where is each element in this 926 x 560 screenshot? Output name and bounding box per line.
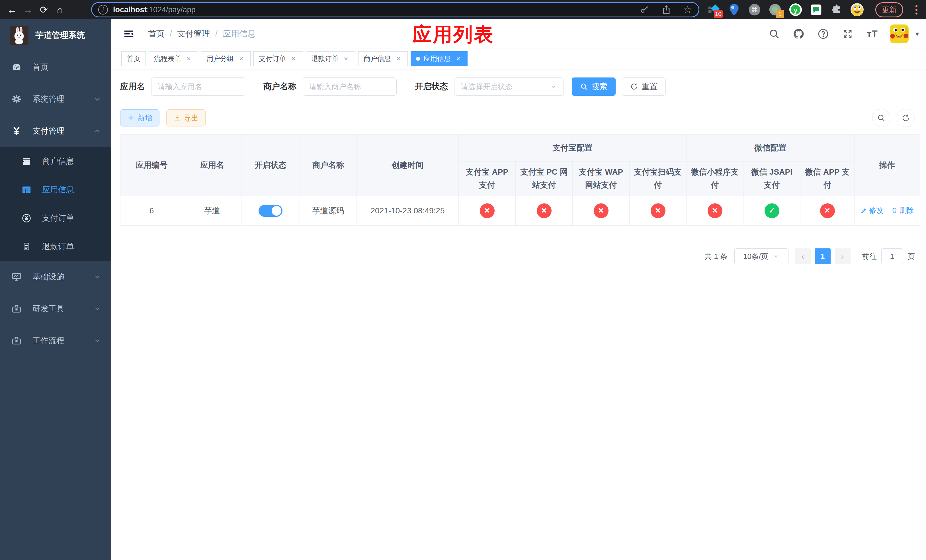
site-info-icon[interactable]: i: [98, 5, 108, 15]
extension-command-icon[interactable]: ⌘: [747, 2, 762, 17]
fullscreen-icon[interactable]: [841, 27, 855, 41]
sidebar-item-infrastructure[interactable]: 基础设施: [0, 261, 111, 293]
extension-y-icon[interactable]: y: [788, 2, 803, 17]
sidebar-item-label: 应用信息: [42, 184, 101, 195]
prev-page-button[interactable]: ‹: [795, 248, 811, 264]
tag-process-form[interactable]: 流程表单 ×: [149, 51, 198, 66]
refresh-table-button[interactable]: [897, 109, 915, 127]
tag-label: 支付订单: [259, 54, 286, 63]
profile-emoji-avatar[interactable]: [850, 2, 864, 17]
status-select[interactable]: 请选择开启状态: [454, 77, 564, 96]
cell-created: 2021-10-23 08:49:25: [357, 196, 459, 226]
breadcrumb-separator: /: [215, 29, 218, 38]
sidebar-item-dev-tools[interactable]: 研发工具: [0, 293, 111, 325]
merchant-name-input[interactable]: [303, 77, 396, 96]
delete-link[interactable]: 删除: [891, 206, 914, 215]
tag-refund-orders[interactable]: 退款订单 ×: [306, 51, 356, 66]
tag-pay-orders[interactable]: 支付订单 ×: [253, 51, 303, 66]
payment-submenu: 商户信息 应用信息 支付订单 退款订单: [0, 147, 111, 261]
tag-app-info-active[interactable]: 应用信息 ×: [411, 51, 468, 66]
next-page-button[interactable]: ›: [835, 248, 850, 264]
browser-home-button[interactable]: ⌂: [52, 2, 68, 18]
tag-user-group[interactable]: 用户分组 ×: [201, 51, 251, 66]
status-toggle[interactable]: [259, 205, 283, 217]
browser-reload-button[interactable]: ⟳: [36, 2, 52, 18]
svg-text:⌘: ⌘: [751, 6, 758, 14]
breadcrumb-home[interactable]: 首页: [148, 28, 165, 39]
add-button[interactable]: 新增: [120, 109, 159, 127]
status-cross-icon: ✕: [651, 203, 666, 218]
tag-home[interactable]: 首页: [121, 51, 146, 66]
app-logo-row[interactable]: 芋道管理系统: [0, 20, 111, 51]
share-icon[interactable]: [661, 5, 671, 15]
address-bar[interactable]: i localhost:1024/pay/app ☆: [91, 2, 699, 17]
header-search-icon[interactable]: [767, 27, 781, 41]
bookmark-star-icon[interactable]: ☆: [683, 4, 692, 16]
sidebar-item-system[interactable]: 系统管理: [0, 83, 111, 115]
sidebar-collapse-icon[interactable]: [121, 26, 137, 42]
page-content: 应用名 商户名称 开启状态 请选择开启状态 搜索 重置: [111, 69, 926, 264]
edit-link[interactable]: 修改: [861, 206, 883, 215]
sidebar-item-merchant-info[interactable]: 商户信息: [0, 147, 111, 176]
app-title: 芋道管理系统: [35, 30, 85, 41]
col-app-id: 应用编号: [121, 135, 183, 196]
status-label: 开启状态: [415, 81, 448, 92]
toggle-search-button[interactable]: [872, 109, 890, 127]
sidebar-item-pay-orders[interactable]: 支付订单: [0, 204, 111, 232]
browser-forward-button[interactable]: →: [20, 2, 36, 18]
forward-icon: →: [23, 4, 33, 15]
cell-alipay-wap: ✕: [573, 196, 629, 226]
avatar-caret-icon[interactable]: ▾: [915, 30, 919, 38]
password-key-icon[interactable]: [640, 5, 649, 15]
sidebar-item-workflow[interactable]: 工作流程: [0, 325, 111, 357]
cell-merchant: 芋道源码: [300, 196, 357, 226]
browser-back-button[interactable]: ←: [4, 2, 20, 18]
sidebar-item-refund-orders[interactable]: 退款订单: [0, 232, 111, 261]
app-name-input[interactable]: [151, 77, 245, 96]
cell-app-id: 6: [121, 196, 183, 226]
chevron-down-icon: [94, 273, 101, 281]
refresh-icon: [630, 83, 638, 91]
extension-chat-icon[interactable]: [809, 2, 823, 17]
goto-page-input[interactable]: [881, 248, 903, 264]
col-actions: 操作: [855, 135, 920, 196]
sidebar-item-app-info[interactable]: 应用信息: [0, 176, 111, 204]
extensions-puzzle-icon[interactable]: [829, 2, 844, 17]
page-1-button[interactable]: 1: [815, 248, 831, 264]
browser-menu-kebab-icon[interactable]: [911, 2, 922, 17]
edit-pencil-icon: [861, 207, 867, 214]
close-icon[interactable]: ×: [290, 55, 298, 63]
briefcase-icon: [11, 336, 22, 346]
sidebar-item-home[interactable]: 首页: [0, 51, 111, 83]
cell-wechat-mini: ✕: [687, 196, 743, 226]
browser-update-button[interactable]: 更新: [875, 2, 903, 17]
close-icon[interactable]: ×: [185, 55, 193, 63]
reset-button[interactable]: 重置: [622, 77, 666, 96]
status-cross-icon: ✕: [708, 203, 722, 218]
yen-circle-icon: [22, 213, 31, 223]
breadcrumb-section[interactable]: 支付管理: [177, 28, 210, 39]
close-icon[interactable]: ×: [394, 55, 402, 63]
goto-suffix: 页: [908, 251, 915, 262]
browser-chrome: ← → ⟳ ⌂ i localhost:1024/pay/app ☆ 10 ⌘: [0, 0, 926, 20]
close-icon[interactable]: ×: [237, 55, 245, 63]
col-group-wechat: 微信配置: [687, 135, 855, 162]
close-icon[interactable]: ×: [454, 55, 462, 63]
search-button[interactable]: 搜索: [572, 77, 616, 96]
search-button-label: 搜索: [592, 81, 607, 92]
table-row: 6 芋道 芋道源码 2021-10-23 08:49:25 ✕ ✕ ✕ ✕ ✕ …: [121, 196, 920, 226]
tag-merchant-info[interactable]: 商户信息 ×: [358, 51, 408, 66]
extension-balloon-icon[interactable]: [727, 2, 741, 17]
extension-diamond-icon[interactable]: 10: [706, 2, 721, 17]
font-size-icon[interactable]: тT: [865, 27, 879, 41]
user-avatar[interactable]: [890, 24, 909, 43]
page-size-select[interactable]: 10条/页: [734, 248, 788, 264]
sidebar-item-label: 首页: [32, 62, 101, 73]
sidebar-item-payment[interactable]: 支付管理: [0, 115, 111, 147]
extension-recorder-icon[interactable]: 1: [768, 2, 782, 17]
help-icon[interactable]: [816, 27, 830, 41]
chevron-down-icon: [94, 305, 101, 313]
github-icon[interactable]: [792, 27, 805, 41]
export-button[interactable]: 导出: [166, 109, 206, 127]
close-icon[interactable]: ×: [342, 55, 350, 63]
